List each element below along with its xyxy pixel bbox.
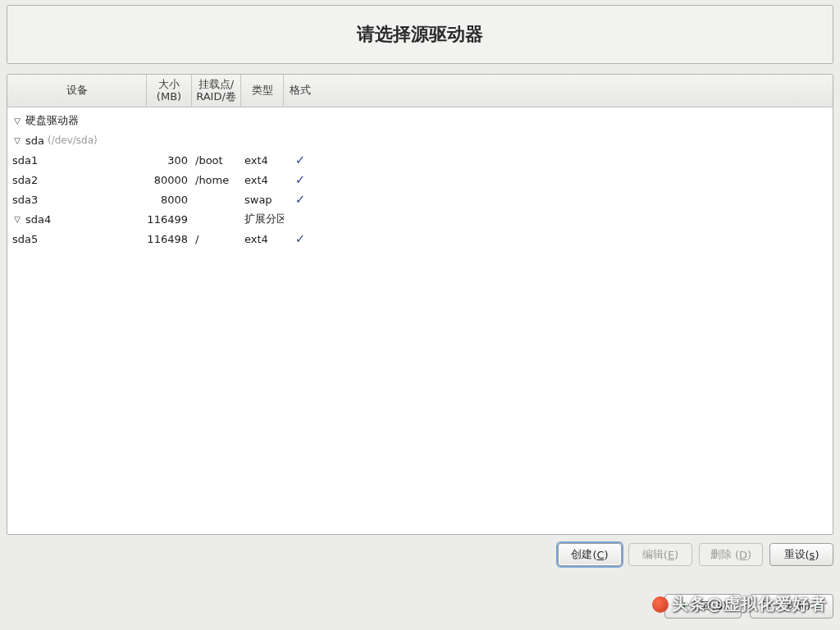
table-row[interactable]: sda38000swap✓ [7,189,833,209]
next-button[interactable]: 下一步(N) [750,594,833,619]
disk-row[interactable]: ▽ sda (/dev/sda) [7,130,833,150]
part-type: ext4 [241,154,284,167]
create-button[interactable]: 创建(C) [558,543,622,566]
reset-button[interactable]: 重设(s) [769,543,833,566]
arrow-right-icon [815,602,821,610]
part-format: ✓ [284,172,317,187]
part-name: sda5 [12,233,38,245]
part-type: ext4 [241,174,284,186]
edit-button: 编辑(E) [628,543,692,566]
part-mount: /boot [192,154,241,167]
part-size: 300 [147,154,192,167]
part-format: ✓ [284,231,317,246]
col-format[interactable]: 格式 [284,75,317,107]
part-format: ✓ [284,192,317,207]
part-name: sda2 [12,174,38,186]
expander-icon[interactable]: ▽ [12,136,22,145]
disk-name: sda [25,135,44,147]
arrow-left-icon [679,602,685,610]
delete-button: 删除 (D) [699,543,763,566]
nav-buttons: 返回(B) 下一步(N) [664,594,833,619]
tree-root-label: 硬盘驱动器 [25,113,79,128]
check-icon: ✓ [295,153,306,167]
part-mount: / [192,233,241,245]
part-size: 8000 [147,194,192,206]
back-button[interactable]: 返回(B) [664,594,742,619]
partition-table: 设备 大小 (MB) 挂载点/ RAID/卷 类型 格式 ▽ 硬盘驱动器 ▽ s… [7,74,833,535]
part-name: sda3 [12,194,38,206]
table-row[interactable]: sda1300/bootext4✓ [7,150,833,170]
page-title-box: 请选择源驱动器 [7,5,833,64]
table-row[interactable]: sda280000/homeext4✓ [7,170,833,189]
part-type: swap [241,194,284,206]
check-icon: ✓ [295,231,306,246]
part-type: 扩展分区 [241,212,284,226]
part-name: sda1 [12,154,38,167]
disk-hint: (/dev/sda) [48,135,98,146]
expander-icon[interactable]: ▽ [12,215,22,224]
part-size: 116498 [147,233,192,245]
part-mount: /home [192,174,241,186]
col-mount[interactable]: 挂载点/ RAID/卷 [192,75,241,107]
part-size: 80000 [147,174,192,186]
page-title: 请选择源驱动器 [357,22,483,47]
table-header: 设备 大小 (MB) 挂载点/ RAID/卷 类型 格式 [7,75,833,107]
tree-root-row[interactable]: ▽ 硬盘驱动器 [7,111,833,130]
part-type: ext4 [241,233,284,245]
part-format: ✓ [284,153,317,167]
col-size[interactable]: 大小 (MB) [147,75,192,107]
table-body: ▽ 硬盘驱动器 ▽ sda (/dev/sda) sda1300/bootext… [7,107,833,534]
table-row[interactable]: sda5116498/ext4✓ [7,229,833,249]
part-name: sda4 [25,213,51,226]
col-type[interactable]: 类型 [241,75,284,107]
check-icon: ✓ [295,192,306,207]
col-device[interactable]: 设备 [7,75,147,107]
check-icon: ✓ [295,172,306,187]
expander-icon[interactable]: ▽ [12,116,22,126]
action-buttons: 创建(C) 编辑(E) 删除 (D) 重设(s) [558,543,833,566]
table-row[interactable]: ▽sda4116499扩展分区 [7,209,833,229]
part-size: 116499 [147,213,192,226]
